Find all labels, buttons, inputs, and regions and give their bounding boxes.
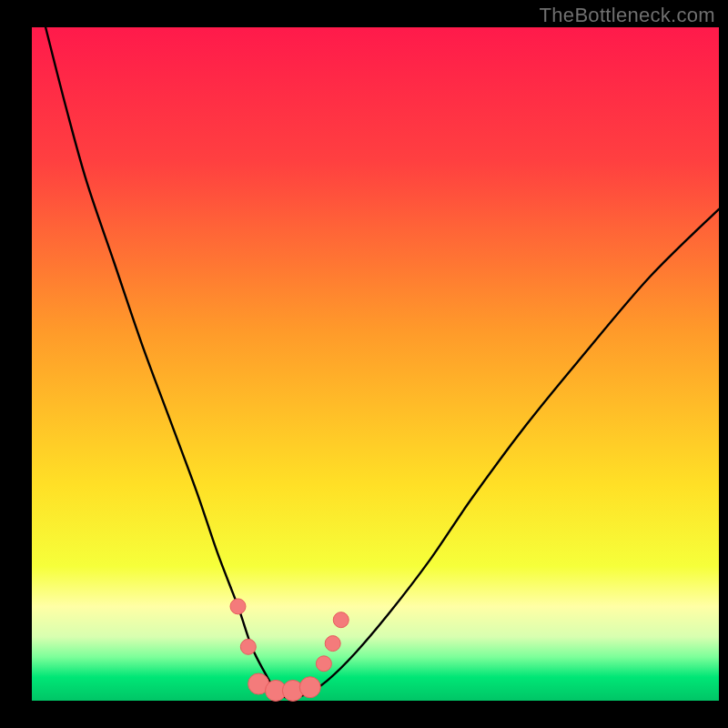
gradient-background <box>32 27 719 701</box>
data-marker <box>316 656 331 672</box>
watermark-text: TheBottleneck.com <box>540 4 715 27</box>
data-marker <box>230 599 246 614</box>
bottleneck-chart <box>0 0 728 728</box>
data-marker <box>333 612 349 628</box>
data-marker <box>240 639 256 654</box>
data-marker <box>325 636 340 652</box>
chart-container: TheBottleneck.com <box>0 0 728 728</box>
data-marker <box>299 677 320 698</box>
